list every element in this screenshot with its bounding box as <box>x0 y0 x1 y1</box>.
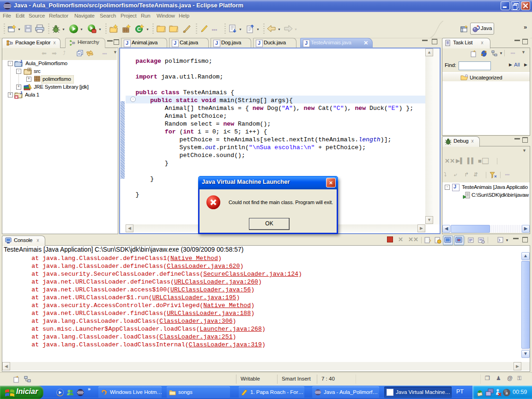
svg-text:C: C <box>137 26 141 32</box>
svg-text:a: a <box>506 390 508 395</box>
svg-text:J: J <box>20 60 22 64</box>
svg-text:J: J <box>20 91 22 95</box>
